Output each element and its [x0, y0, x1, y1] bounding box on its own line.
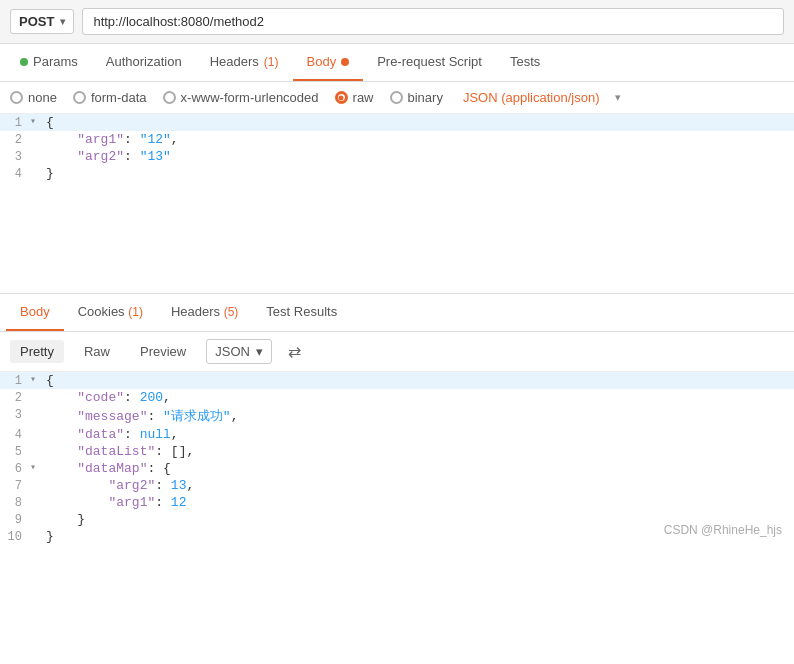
pretty-button[interactable]: Pretty	[10, 340, 64, 363]
filter-icon[interactable]: ⇄	[288, 342, 301, 361]
radio-none-circle	[10, 91, 23, 104]
tab-pre-request[interactable]: Pre-request Script	[363, 44, 496, 81]
params-dot	[20, 58, 28, 66]
radio-raw[interactable]: raw	[335, 90, 374, 105]
req-line-3: 3 "arg2": "13"	[0, 148, 794, 165]
response-tab-test-results[interactable]: Test Results	[252, 294, 351, 331]
radio-form-data-circle	[73, 91, 86, 104]
tab-body[interactable]: Body	[293, 44, 364, 81]
request-tab-nav: Params Authorization Headers (1) Body Pr…	[0, 44, 794, 82]
response-section: Body Cookies (1) Headers (5) Test Result…	[0, 294, 794, 545]
resp-linenum-9: 9	[0, 512, 30, 527]
json-dropdown-label: JSON	[215, 344, 250, 359]
resp-linenum-3: 3	[0, 407, 30, 422]
cookies-badge: (1)	[128, 305, 143, 319]
req-linenum-4: 4	[0, 166, 30, 181]
radio-form-data-label: form-data	[91, 90, 147, 105]
resp-line-8: 8 "arg1": 12	[0, 494, 794, 511]
headers-badge: (1)	[264, 55, 279, 69]
tab-headers-label: Headers	[210, 54, 259, 69]
tab-tests-label: Tests	[510, 54, 540, 69]
json-dropdown[interactable]: JSON ▾	[206, 339, 272, 364]
body-type-bar: none form-data x-www-form-urlencoded raw…	[0, 82, 794, 114]
preview-button[interactable]: Preview	[130, 340, 196, 363]
response-tab-headers[interactable]: Headers (5)	[157, 294, 252, 331]
body-dot	[341, 58, 349, 66]
req-linenum-3: 3	[0, 149, 30, 164]
radio-binary-circle	[390, 91, 403, 104]
response-body-editor: 1 ▾ { 2 "code": 200, 3 "message": "请求成功"…	[0, 372, 794, 545]
tab-body-label: Body	[307, 54, 337, 69]
request-body-editor[interactable]: 1 ▾ { 2 "arg1": "12", 3 "arg2": "13" 4 }	[0, 114, 794, 294]
radio-raw-label: raw	[353, 90, 374, 105]
resp-linenum-4: 4	[0, 427, 30, 442]
resp-arrow-6: ▾	[30, 461, 44, 473]
req-linenum-2: 2	[0, 132, 30, 147]
radio-binary[interactable]: binary	[390, 90, 443, 105]
radio-raw-circle	[335, 91, 348, 104]
tab-pre-request-label: Pre-request Script	[377, 54, 482, 69]
resp-linenum-2: 2	[0, 390, 30, 405]
tab-headers[interactable]: Headers (1)	[196, 44, 293, 81]
response-headers-badge: (5)	[224, 305, 239, 319]
resp-linenum-6: 6	[0, 461, 30, 476]
tab-authorization[interactable]: Authorization	[92, 44, 196, 81]
resp-line-1: 1 ▾ {	[0, 372, 794, 389]
watermark: CSDN @RhineHe_hjs	[664, 523, 782, 537]
radio-urlencoded-circle	[163, 91, 176, 104]
response-tab-body[interactable]: Body	[6, 294, 64, 331]
json-type-label[interactable]: JSON (application/json)	[463, 90, 600, 105]
resp-line-7: 7 "arg2": 13,	[0, 477, 794, 494]
response-tab-test-results-label: Test Results	[266, 304, 337, 319]
resp-linenum-5: 5	[0, 444, 30, 459]
resp-line-2: 2 "code": 200,	[0, 389, 794, 406]
req-line-1: 1 ▾ {	[0, 114, 794, 131]
json-dropdown-arrow-icon: ▾	[256, 344, 263, 359]
method-chevron-icon: ▾	[60, 16, 65, 27]
json-type-dropdown-icon[interactable]: ▾	[615, 91, 621, 104]
req-line-2: 2 "arg1": "12",	[0, 131, 794, 148]
resp-line-4: 4 "data": null,	[0, 426, 794, 443]
url-bar: POST ▾	[0, 0, 794, 44]
response-tab-cookies[interactable]: Cookies (1)	[64, 294, 157, 331]
resp-linenum-1: 1	[0, 373, 30, 388]
response-tab-cookies-label: Cookies	[78, 304, 125, 319]
resp-line-3: 3 "message": "请求成功",	[0, 406, 794, 426]
raw-button[interactable]: Raw	[74, 340, 120, 363]
req-arrow-1: ▾	[30, 115, 44, 127]
tab-params[interactable]: Params	[6, 44, 92, 81]
resp-linenum-7: 7	[0, 478, 30, 493]
method-dropdown[interactable]: POST ▾	[10, 9, 74, 34]
radio-form-data[interactable]: form-data	[73, 90, 147, 105]
response-tab-nav: Body Cookies (1) Headers (5) Test Result…	[0, 294, 794, 332]
radio-none[interactable]: none	[10, 90, 57, 105]
response-tab-headers-label: Headers	[171, 304, 220, 319]
view-bar: Pretty Raw Preview JSON ▾ ⇄	[0, 332, 794, 372]
req-line-4: 4 }	[0, 165, 794, 182]
tab-authorization-label: Authorization	[106, 54, 182, 69]
resp-linenum-10: 10	[0, 529, 30, 544]
response-tab-body-label: Body	[20, 304, 50, 319]
radio-urlencoded-label: x-www-form-urlencoded	[181, 90, 319, 105]
radio-none-label: none	[28, 90, 57, 105]
resp-linenum-8: 8	[0, 495, 30, 510]
resp-arrow-1: ▾	[30, 373, 44, 385]
resp-line-5: 5 "dataList": [],	[0, 443, 794, 460]
url-input[interactable]	[82, 8, 784, 35]
req-linenum-1: 1	[0, 115, 30, 130]
radio-binary-label: binary	[408, 90, 443, 105]
radio-urlencoded[interactable]: x-www-form-urlencoded	[163, 90, 319, 105]
resp-line-6: 6 ▾ "dataMap": {	[0, 460, 794, 477]
tab-tests[interactable]: Tests	[496, 44, 554, 81]
method-label: POST	[19, 14, 54, 29]
tab-params-label: Params	[33, 54, 78, 69]
